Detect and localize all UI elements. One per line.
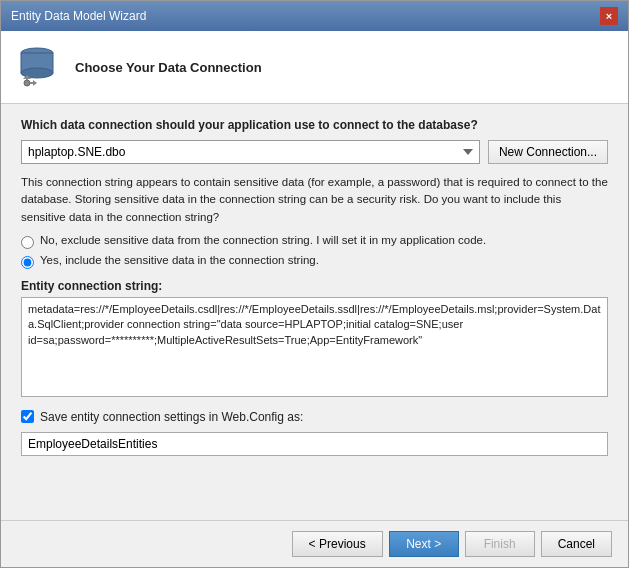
wizard-step-title: Choose Your Data Connection (75, 60, 262, 75)
new-connection-button[interactable]: New Connection... (488, 140, 608, 164)
finish-button[interactable]: Finish (465, 531, 535, 557)
svg-marker-7 (33, 80, 37, 86)
title-bar: Entity Data Model Wizard × (1, 1, 628, 31)
wizard-window: Entity Data Model Wizard × Choose Your D… (0, 0, 629, 568)
save-checkbox-label: Save entity connection settings in Web.C… (40, 410, 303, 424)
content-area: Which data connection should your applic… (1, 104, 628, 520)
radio-no[interactable] (21, 236, 34, 249)
config-name-input[interactable] (21, 432, 608, 456)
close-button[interactable]: × (600, 7, 618, 25)
next-button[interactable]: Next > (389, 531, 459, 557)
previous-button[interactable]: < Previous (292, 531, 383, 557)
wizard-footer: < Previous Next > Finish Cancel (1, 520, 628, 567)
radio-no-label[interactable]: No, exclude sensitive data from the conn… (21, 234, 608, 249)
cancel-button[interactable]: Cancel (541, 531, 612, 557)
title-bar-left: Entity Data Model Wizard (11, 9, 146, 23)
entity-conn-textarea[interactable] (21, 297, 608, 397)
sensitive-notice: This connection string appears to contai… (21, 174, 608, 226)
radio-yes-label[interactable]: Yes, include the sensitive data in the c… (21, 254, 608, 269)
connection-row: hplaptop.SNE.dbo New Connection... (21, 140, 608, 164)
connection-question: Which data connection should your applic… (21, 118, 608, 132)
database-icon (13, 43, 61, 91)
entity-conn-label: Entity connection string: (21, 279, 608, 293)
save-checkbox[interactable] (21, 410, 34, 423)
header-area: Choose Your Data Connection (1, 31, 628, 104)
sensitive-radio-group: No, exclude sensitive data from the conn… (21, 234, 608, 269)
svg-point-3 (24, 80, 30, 86)
save-checkbox-row: Save entity connection settings in Web.C… (21, 410, 608, 424)
connection-dropdown[interactable]: hplaptop.SNE.dbo (21, 140, 480, 164)
entity-conn-wrap (21, 297, 608, 400)
radio-yes[interactable] (21, 256, 34, 269)
title-bar-title: Entity Data Model Wizard (11, 9, 146, 23)
